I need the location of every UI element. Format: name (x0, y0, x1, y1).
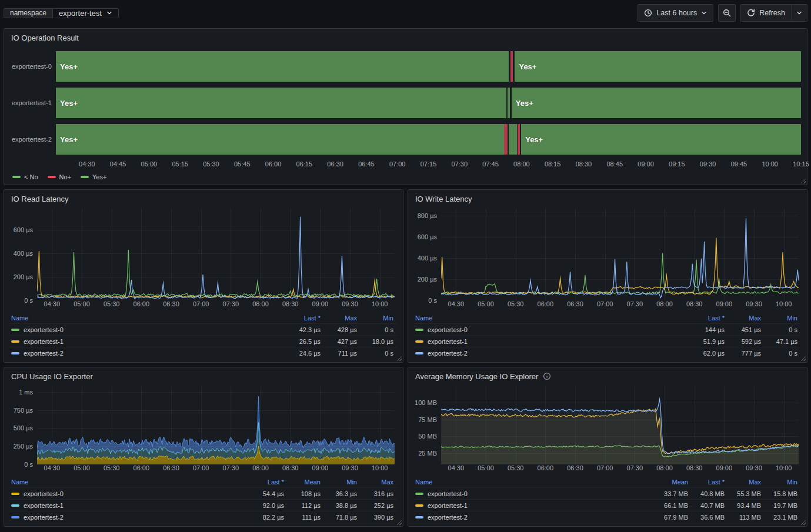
legend-column-header[interactable]: Min (321, 479, 357, 486)
panel-title[interactable]: IO Operation Result (4, 29, 807, 46)
legend-series-label: exportertest-1 (428, 338, 468, 345)
timeline-legend: < NoNo+Yes+ (12, 173, 807, 180)
legend-row: exportertest-054.4 µs108 µs36.3 µs316 µs (9, 487, 397, 499)
panel-title-text: CPU Usage IO Exporter (11, 372, 93, 381)
time-axis-tick: 05:00 (141, 160, 158, 168)
legend-row: exportertest-282.2 µs111 µs71.8 µs390 µs (9, 511, 397, 523)
legend-column-header[interactable]: Name (415, 314, 688, 322)
info-icon[interactable] (543, 372, 551, 380)
legend-value: 0 s (357, 350, 393, 357)
time-axis-tick: 07:30 (223, 464, 239, 471)
time-axis-tick: 05:00 (74, 300, 90, 307)
timeline-legend-item[interactable]: No+ (48, 173, 72, 180)
refresh-button[interactable]: Refresh (740, 4, 792, 22)
legend-series-name[interactable]: exportertest-1 (11, 502, 248, 509)
time-axis-tick: 09:00 (638, 160, 654, 168)
legend-column-header[interactable]: Max (357, 479, 393, 486)
legend-series-name[interactable]: exportertest-2 (415, 350, 688, 357)
legend-swatch (415, 504, 423, 507)
legend-series-name[interactable]: exportertest-2 (11, 514, 248, 521)
legend-value: 66.1 MB (652, 502, 688, 509)
legend-series-name[interactable]: exportertest-2 (11, 350, 284, 357)
y-axis-tick: 0 s (7, 461, 37, 468)
legend-series-label: exportertest-1 (24, 502, 64, 509)
legend-series-name[interactable]: exportertest-0 (11, 490, 248, 497)
y-axis-tick: 75 MB (411, 416, 441, 423)
panel-title[interactable]: IO Read Latency (4, 190, 403, 208)
time-axis-tick: 06:00 (265, 160, 282, 168)
dashboard-page: namespace exporter-test Last 6 hours (0, 0, 811, 527)
legend-series-name[interactable]: exportertest-0 (11, 326, 284, 333)
legend-column-header[interactable]: Last * (688, 314, 725, 322)
plot-area: 0 s200 µs400 µs600 µs (37, 209, 395, 300)
legend-series-name[interactable]: exportertest-1 (415, 338, 688, 345)
legend-column-header[interactable]: Last * (284, 314, 321, 322)
state-timeline-plot[interactable]: exportertest-0Yes+Yes+exportertest-1Yes+… (4, 51, 801, 155)
time-axis-tick: 05:00 (478, 300, 494, 307)
memory-plot-canvas[interactable] (441, 386, 799, 464)
time-axis-tick: 06:00 (538, 464, 554, 471)
cpu-plot-canvas[interactable] (37, 386, 395, 464)
legend-series-name[interactable]: exportertest-1 (415, 502, 652, 509)
legend-column-header[interactable]: Name (11, 314, 284, 322)
legend-value: 38.8 µs (321, 502, 357, 509)
legend-column-header[interactable]: Last * (688, 479, 725, 486)
panel-title[interactable]: IO Write Latency (408, 190, 807, 208)
time-range-picker[interactable]: Last 6 hours (638, 4, 713, 22)
legend-label: No+ (59, 173, 72, 180)
legend-swatch (11, 504, 19, 507)
legend-swatch (415, 329, 423, 331)
cpu-usage-chart: 0 s250 µs500 µs750 µs1 ms04:3005:0005:30… (4, 385, 403, 524)
legend-series-name[interactable]: exportertest-1 (11, 338, 284, 345)
timeline-legend-item[interactable]: < No (12, 173, 38, 180)
legend-column-header[interactable]: Mean (284, 479, 321, 486)
time-axis-tick: 07:00 (597, 300, 613, 307)
y-axis-tick: 0 s (411, 297, 441, 304)
legend-swatch (11, 516, 19, 518)
legend-column-header[interactable]: Min (357, 314, 393, 322)
legend-column-header[interactable]: Max (725, 314, 761, 322)
legend-value: 40.8 MB (688, 490, 725, 497)
legend-column-header[interactable]: Min (761, 479, 797, 486)
time-axis-tick: 09:15 (669, 160, 685, 168)
legend-swatch (415, 340, 423, 343)
time-axis-tick: 06:45 (358, 160, 375, 168)
io-read-latency-chart: 0 s200 µs400 µs600 µs04:3005:0005:3006:0… (4, 208, 403, 360)
time-axis-tick: 05:45 (234, 160, 251, 168)
legend-column-header[interactable]: Max (321, 314, 357, 322)
legend-column-header[interactable]: Mean (652, 479, 688, 486)
legend-column-header[interactable]: Name (415, 479, 652, 486)
time-axis-tick: 06:30 (327, 160, 343, 168)
legend-series-name[interactable]: exportertest-2 (415, 514, 652, 521)
time-axis: 04:3005:0005:3006:0006:3007:0007:3008:00… (441, 464, 799, 474)
panel-title[interactable]: CPU Usage IO Exporter (4, 367, 403, 385)
legend-column-header[interactable]: Last * (248, 479, 284, 486)
timeline-row-label: exportertest-0 (4, 63, 56, 70)
legend-value: 19.7 MB (761, 502, 797, 509)
legend-series-name[interactable]: exportertest-0 (415, 490, 652, 497)
refresh-interval-dropdown[interactable] (792, 4, 807, 22)
time-range-label: Last 6 hours (656, 9, 697, 17)
timeline-legend-item[interactable]: Yes+ (81, 173, 106, 180)
time-axis-tick: 09:30 (700, 160, 716, 168)
legend-column-header[interactable]: Name (11, 479, 248, 486)
timeline-row-bars: Yes+Yes+ (56, 124, 801, 155)
legend-column-header[interactable]: Max (725, 479, 761, 486)
legend-series-name[interactable]: exportertest-0 (415, 326, 688, 333)
io_read-plot-canvas[interactable] (37, 209, 395, 300)
state-segment-label: Yes+ (521, 124, 801, 155)
time-axis-tick: 09:30 (342, 464, 358, 471)
legend-column-header[interactable]: Min (761, 314, 797, 322)
io_write-plot-canvas[interactable] (441, 209, 799, 300)
legend-swatch (415, 352, 423, 354)
legend-value: 92.0 µs (248, 502, 284, 509)
variable-value-dropdown[interactable]: exporter-test (52, 8, 119, 18)
state-segment-yes: Yes+ (56, 124, 504, 155)
zoom-out-button[interactable] (718, 4, 736, 22)
time-axis-tick: 05:30 (104, 464, 120, 471)
panel-title[interactable]: Average Memory Usage IO Explorer (408, 367, 807, 385)
time-axis-tick: 08:00 (656, 464, 673, 471)
y-axis-tick: 0 s (7, 297, 37, 304)
time-axis-tick: 07:15 (420, 160, 437, 168)
legend-value: 36.6 MB (688, 514, 725, 521)
